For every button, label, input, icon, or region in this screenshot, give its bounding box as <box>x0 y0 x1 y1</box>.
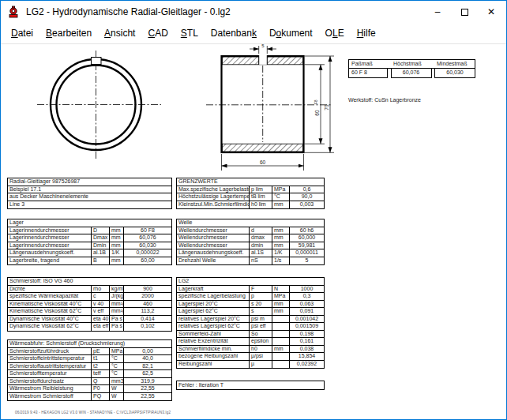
cell-value: 2000 <box>124 293 171 300</box>
cell-label: Lagerspiel 20°C <box>177 301 250 308</box>
cell-unit <box>272 361 290 369</box>
cell-sym: D <box>92 227 110 234</box>
cell-unit: mm <box>272 242 290 249</box>
cell-value: 0,001509 <box>290 323 324 330</box>
cell-label: Dynamische Viskosität 62°C <box>8 323 92 331</box>
cell-unit: J/(kgK) <box>110 293 124 300</box>
table-row: Wellendurchmesserdmaxmm60,000 <box>177 234 324 242</box>
cell-label: Längenausdehnungskoeff. <box>177 249 250 257</box>
maximize-button[interactable] <box>451 1 478 23</box>
app-icon <box>7 6 20 18</box>
cell-unit: 1/K <box>272 249 290 257</box>
window-title: LG2 - Hydrodynamische Radial-Gleitlager … <box>26 6 231 17</box>
cell-sym: dmin <box>250 242 272 249</box>
waermeabfuhr-title: Wärmeabfuhr: Schmierstoff (Druckschmieru… <box>8 340 171 348</box>
cell-sym: al.1S <box>250 249 272 257</box>
app-window: LG2 - Hydrodynamische Radial-Gleitlager … <box>0 0 507 420</box>
cell-label: relative Exzentrizität <box>177 338 250 345</box>
cell-value: 113,2 <box>124 308 171 315</box>
cell-label: Dynamische Viskosität 40°C <box>8 316 92 323</box>
table-row: Längenausdehnungskoeff.al.1B1/K0,000022 <box>8 249 171 257</box>
table-row: Dichterhokg/m3900 <box>8 286 171 294</box>
menu-item-stl[interactable]: STL <box>175 25 205 41</box>
fit-table-header: Paßmaß Höchstmaß Mindestmaß <box>348 59 475 69</box>
cell-value: 0,198 <box>290 331 324 338</box>
table-row: aus Decker Maschinenelemente <box>8 193 171 201</box>
menu-item-cad[interactable]: CAD <box>141 25 174 41</box>
cell-unit: mm <box>110 234 124 242</box>
cell-value: 82,1 <box>124 363 171 370</box>
cell-unit: MPa <box>272 186 290 193</box>
cell-text: Line 3 <box>8 201 171 209</box>
menu-item-hilfe[interactable]: Hilfe <box>351 25 382 41</box>
schmierstoff-title: Schmierstoff: ISO VG 460 <box>8 278 171 286</box>
table-row: Line 3 <box>8 201 171 209</box>
fit-header-mindestmass: Mindestmaß <box>434 60 475 68</box>
dim-hole-label: 5 <box>261 43 265 48</box>
werkstoff-label: Werkstoff: CuSn Lagerbronze <box>348 97 421 103</box>
cell-sym: tB lim <box>250 193 272 201</box>
oil-hole-front <box>92 58 102 65</box>
cell-sym: c <box>92 293 110 300</box>
menu-label: k <box>252 28 257 39</box>
menu-label: B <box>46 28 52 39</box>
menu-item-ole[interactable]: OLE <box>319 25 351 41</box>
cell-label: Längenausdehnungskoeff. <box>8 249 92 257</box>
cell-label: Wärmestrom Schmierstoff <box>8 393 92 401</box>
menu-label: D <box>11 28 18 39</box>
table-row: SchmierstoffzuführdruckpEMPa0,00 <box>8 348 171 356</box>
menu-label: C <box>148 28 155 39</box>
welle-body: Wellendurchmesserdmm60 h6Wellendurchmess… <box>177 227 324 265</box>
table-row: relative Exzentrizitätepsilon0,161 <box>177 338 324 346</box>
menu-item-bearbeiten[interactable]: Bearbeiten <box>39 25 98 41</box>
grenzwerte-table: GRENZWERTE Max.spezifische Lagerbelastun… <box>176 178 325 209</box>
menu-item-datei[interactable]: Datei <box>5 25 39 41</box>
menu-item-dokument[interactable]: Dokument <box>263 25 319 41</box>
cell-value: 319,9 <box>124 378 171 385</box>
dim-width-label: 60 <box>260 159 266 165</box>
menu-label: ilfe <box>363 28 375 39</box>
cell-label: Höchstzulässige Lagertemperatur <box>177 193 250 201</box>
cell-sym: t2 <box>92 363 110 370</box>
grenzwerte-body: Max.spezifische Lagerbelastungp limMPa0,… <box>177 186 324 209</box>
table-row: Lagerbreite, tragendBmm60,00 <box>8 257 171 265</box>
menu-label: D <box>269 28 276 39</box>
cell-label: relatives Lagerspiel 62°C <box>177 323 250 330</box>
menu-label: A <box>104 28 111 39</box>
close-button[interactable]: ✕ <box>478 1 505 23</box>
cell-value: 62,5 <box>124 370 171 377</box>
menu-label: TL <box>187 28 198 39</box>
cell-value: 5 <box>290 257 324 265</box>
cell-label: Kinematische Viskosität 40°C <box>8 301 92 308</box>
cell-sym: d <box>250 227 272 234</box>
table-row: Lagerspiel 62°Csmm0,091 <box>177 308 324 316</box>
menu-label: earbeiten <box>52 28 92 39</box>
cell-value: 0,091 <box>290 308 324 315</box>
dim-bore-label: 60 <box>314 110 320 116</box>
cell-sym: dmax <box>250 234 272 242</box>
cell-sym: v eff <box>92 308 110 315</box>
menu-item-datenbank[interactable]: Datenbank <box>205 25 263 41</box>
cell-label: Max.spezifische Lagerbelastung <box>177 186 250 193</box>
cell-sym: psi eff <box>250 323 272 330</box>
table-row: Schmierstoffeintrittstemperaturt1°C40,0 <box>8 355 171 363</box>
table-row: spezifische WärmekapazitätcJ/(kgK)2000 <box>8 293 171 301</box>
fit-value-passmass: 60 F 8 <box>348 69 388 78</box>
dim-outer-label: 70 <box>324 104 329 111</box>
cell-value: 60,000 <box>290 234 324 242</box>
menu-bar: Datei Bearbeiten Ansicht CAD STL Datenba… <box>1 23 506 44</box>
cell-value: 0,038 <box>290 346 324 353</box>
fit-header-passmass: Paßmaß <box>349 60 391 68</box>
cell-value: 22,55 <box>124 393 171 401</box>
cell-sym: eta 40 <box>92 316 110 323</box>
cell-sym: Q <box>92 378 110 385</box>
fit-table-values: 60 F 8 60,076 60,030 <box>348 69 475 78</box>
cell-text: Radial-Gleitlager 987526987 <box>8 178 171 186</box>
cell-sym: epsilon <box>250 338 272 345</box>
cell-value: 60 F8 <box>124 227 171 234</box>
cell-sym: rho <box>92 286 110 293</box>
cell-value: 0,063 <box>290 301 324 308</box>
minimize-button[interactable]: – <box>424 1 451 23</box>
cell-unit: mm²/s <box>110 308 124 315</box>
menu-item-ansicht[interactable]: Ansicht <box>98 25 141 41</box>
